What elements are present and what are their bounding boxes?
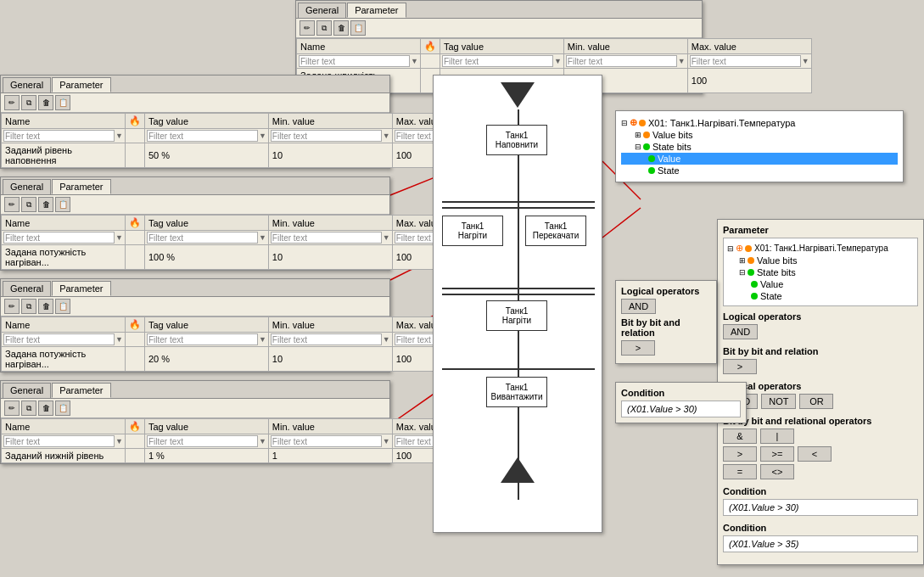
- amp-btn[interactable]: &: [723, 429, 757, 444]
- lt-btn[interactable]: <: [798, 446, 832, 462]
- p4-paste-btn[interactable]: 📋: [55, 401, 70, 416]
- rt-valuebits[interactable]: ⊞ Value bits: [727, 255, 914, 266]
- p4-general-tab[interactable]: General: [3, 383, 51, 398]
- gte-btn[interactable]: >=: [760, 446, 794, 462]
- rt-statebits-label: State bits: [757, 267, 796, 277]
- flow-diagram: Танк1Наповнити Танк1Нагріти Танк1Перекач…: [433, 75, 602, 533]
- value-dot: [648, 155, 655, 162]
- p1-paste-btn[interactable]: 📋: [55, 95, 70, 110]
- tree-root[interactable]: ⊟ ⊕ X01: Танк1.Нагріваті.Температура: [621, 116, 898, 129]
- eq-btn[interactable]: =: [723, 464, 757, 479]
- tree-state[interactable]: State: [621, 165, 898, 176]
- small-gt-btn[interactable]: >: [621, 340, 655, 356]
- valuebits-dot: [643, 132, 650, 138]
- panel2: General Parameter ✏ ⧉ 🗑 📋 Name 🔥 Tag val…: [0, 176, 390, 271]
- pencil-btn[interactable]: ✏: [300, 20, 315, 36]
- p1-general-tab[interactable]: General: [3, 77, 51, 92]
- pipe-btn[interactable]: |: [760, 429, 794, 444]
- flow-nagriti1: Танк1Нагріти: [442, 216, 503, 246]
- p1-toolbar: ✏ ⧉ 🗑 📋: [1, 93, 389, 113]
- p1-copy-btn[interactable]: ⧉: [21, 95, 36, 110]
- p3-pencil-btn[interactable]: ✏: [4, 299, 20, 314]
- condition-section1: Condition (X01.Value > 30): [723, 486, 918, 516]
- name-filter[interactable]: [299, 55, 410, 67]
- p4-minval-filter[interactable]: [271, 435, 382, 447]
- paste-btn[interactable]: 📋: [350, 20, 366, 36]
- p1-parameter-tab[interactable]: Parameter: [52, 77, 110, 92]
- logical-ops-section1: Logical operators AND: [723, 311, 918, 339]
- tree-state-label: State: [658, 165, 680, 176]
- p1-name-filter[interactable]: [3, 130, 115, 142]
- small-and-btn[interactable]: AND: [621, 299, 656, 314]
- p2-copy-btn[interactable]: ⧉: [21, 197, 36, 212]
- tree-valuebits[interactable]: ⊞ Value bits: [621, 129, 898, 141]
- maxval-filter[interactable]: [690, 55, 801, 67]
- condition-value2: (X01.Value > 35): [723, 535, 918, 552]
- p2-pencil-btn[interactable]: ✏: [4, 197, 20, 212]
- p3-paste-btn[interactable]: 📋: [55, 299, 70, 314]
- p3-general-tab[interactable]: General: [3, 281, 51, 296]
- not-btn[interactable]: NOT: [761, 394, 796, 409]
- rt-value[interactable]: Value: [727, 278, 914, 290]
- top-general-tab[interactable]: General: [298, 3, 346, 18]
- bitbybit-small: Bit by bit and relation >: [621, 317, 711, 356]
- p2-parameter-tab[interactable]: Parameter: [52, 179, 110, 194]
- condition-label1: Condition: [723, 486, 918, 496]
- tree-statebits[interactable]: ⊟ State bits: [621, 141, 898, 153]
- tree-valuebits-label: Value bits: [652, 130, 693, 140]
- tagval-filter[interactable]: [442, 55, 553, 67]
- gt-btn2[interactable]: >: [723, 446, 757, 462]
- bitbybit-small-label: Bit by bit and relation: [621, 317, 711, 338]
- rt-vb-dot: [748, 257, 754, 264]
- panel3: General Parameter ✏ ⧉ 🗑 📋 Name 🔥 Tag val…: [0, 278, 390, 373]
- p2-general-tab[interactable]: General: [3, 179, 51, 194]
- gt-btn1[interactable]: >: [723, 359, 757, 374]
- rt-root[interactable]: ⊟ ⊕ X01: Танк1.Нагріваті.Температура: [727, 242, 914, 255]
- p4-delete-btn[interactable]: 🗑: [38, 401, 53, 416]
- or-btn[interactable]: OR: [799, 394, 833, 409]
- p3-minval-filter[interactable]: [271, 333, 382, 345]
- p2-name-filter[interactable]: [3, 232, 115, 244]
- rt-statebits[interactable]: ⊟ State bits: [727, 266, 914, 278]
- delete-btn[interactable]: 🗑: [333, 20, 349, 36]
- p1-tagval-filter[interactable]: [147, 130, 258, 142]
- rt-root-label: X01: Танк1.Нагріваті.Температура: [754, 244, 888, 253]
- tree-value[interactable]: Value: [621, 153, 898, 165]
- condition-section2: Condition (X01.Value > 35): [723, 523, 918, 552]
- p1-pencil-btn[interactable]: ✏: [4, 95, 20, 110]
- p4-copy-btn[interactable]: ⧉: [21, 401, 36, 416]
- p2-minval-filter[interactable]: [271, 232, 382, 244]
- bitbybit-label1: Bit by bit and relation: [723, 346, 918, 356]
- p3-parameter-tab[interactable]: Parameter: [52, 281, 110, 296]
- p4-parameter-tab[interactable]: Parameter: [52, 383, 110, 398]
- logical-small-panel: Logical operators AND Bit by bit and rel…: [615, 280, 717, 364]
- p3-toolbar: ✏ ⧉ 🗑 📋: [1, 297, 389, 317]
- p2-delete-btn[interactable]: 🗑: [38, 197, 53, 212]
- p4-pencil-btn[interactable]: ✏: [4, 401, 20, 416]
- p4-name-filter[interactable]: [3, 435, 115, 447]
- p3-name-filter[interactable]: [3, 333, 115, 345]
- statebits-dot: [643, 143, 650, 150]
- rt-state[interactable]: State: [727, 290, 914, 302]
- and-btn1[interactable]: AND: [723, 324, 758, 339]
- right-tree: ⊟ ⊕ X01: Танк1.Нагріваті.Температура ⊞ V…: [723, 238, 918, 306]
- p1-minval-filter[interactable]: [271, 130, 382, 142]
- p2-tagval-filter[interactable]: [147, 232, 258, 244]
- p3-copy-btn[interactable]: ⧉: [21, 299, 36, 314]
- p1-delete-btn[interactable]: 🗑: [38, 95, 53, 110]
- neq-btn[interactable]: <>: [760, 464, 794, 479]
- p3-tagval-filter[interactable]: [147, 333, 258, 345]
- logical-small-label: Logical operators: [621, 286, 711, 296]
- flow-vuvantajiti: Танк1Вивантажити: [486, 377, 547, 407]
- minval-filter[interactable]: [566, 55, 677, 67]
- p2-paste-btn[interactable]: 📋: [55, 197, 70, 212]
- tree-panel: ⊟ ⊕ X01: Танк1.Нагріваті.Температура ⊞ V…: [615, 110, 904, 182]
- rt-value-label: Value: [760, 279, 783, 289]
- logical-ops-label2: Logical operators: [723, 381, 918, 391]
- top-parameter-tab[interactable]: Parameter: [347, 3, 406, 18]
- rt-state-label: State: [760, 291, 782, 301]
- p3-delete-btn[interactable]: 🗑: [38, 299, 53, 314]
- bitbybit-section1: Bit by bit and relation >: [723, 346, 918, 374]
- p4-tagval-filter[interactable]: [147, 435, 258, 447]
- copy-btn[interactable]: ⧉: [316, 20, 332, 36]
